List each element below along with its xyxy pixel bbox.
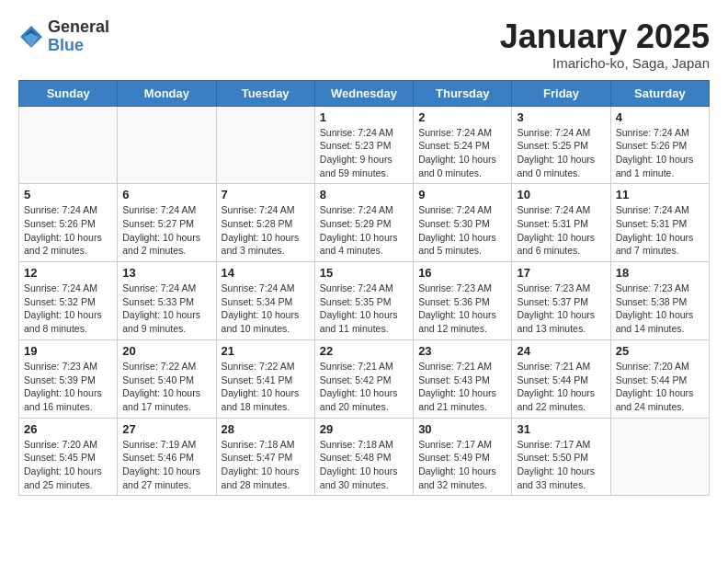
weekday-header: Tuesday bbox=[216, 80, 314, 106]
calendar-cell: 27Sunrise: 7:19 AM Sunset: 5:46 PM Dayli… bbox=[118, 418, 216, 496]
month-title: January 2025 bbox=[500, 18, 710, 55]
day-info: Sunrise: 7:19 AM Sunset: 5:46 PM Dayligh… bbox=[122, 438, 210, 492]
day-number: 24 bbox=[517, 344, 605, 358]
day-number: 18 bbox=[616, 266, 704, 280]
logo-blue: Blue bbox=[48, 37, 109, 55]
day-number: 6 bbox=[122, 188, 210, 201]
calendar-cell: 20Sunrise: 7:22 AM Sunset: 5:40 PM Dayli… bbox=[118, 339, 216, 418]
day-number: 23 bbox=[418, 344, 506, 358]
calendar-cell bbox=[216, 106, 314, 184]
day-number: 8 bbox=[320, 188, 408, 201]
calendar-cell: 9Sunrise: 7:24 AM Sunset: 5:30 PM Daylig… bbox=[414, 184, 512, 262]
day-info: Sunrise: 7:17 AM Sunset: 5:50 PM Dayligh… bbox=[517, 438, 605, 492]
weekday-header: Saturday bbox=[610, 80, 709, 106]
day-info: Sunrise: 7:24 AM Sunset: 5:33 PM Dayligh… bbox=[122, 282, 210, 336]
day-info: Sunrise: 7:24 AM Sunset: 5:27 PM Dayligh… bbox=[122, 203, 210, 258]
weekday-header: Friday bbox=[512, 80, 610, 106]
day-info: Sunrise: 7:24 AM Sunset: 5:29 PM Dayligh… bbox=[320, 203, 408, 258]
calendar-cell: 19Sunrise: 7:23 AM Sunset: 5:39 PM Dayli… bbox=[19, 339, 118, 418]
calendar-cell: 16Sunrise: 7:23 AM Sunset: 5:36 PM Dayli… bbox=[414, 262, 512, 340]
day-info: Sunrise: 7:20 AM Sunset: 5:45 PM Dayligh… bbox=[24, 438, 112, 492]
calendar-table: SundayMondayTuesdayWednesdayThursdayFrid… bbox=[18, 80, 710, 497]
day-info: Sunrise: 7:21 AM Sunset: 5:43 PM Dayligh… bbox=[418, 360, 506, 414]
calendar-cell: 29Sunrise: 7:18 AM Sunset: 5:48 PM Dayli… bbox=[314, 418, 413, 496]
day-info: Sunrise: 7:22 AM Sunset: 5:40 PM Dayligh… bbox=[122, 360, 210, 414]
day-info: Sunrise: 7:24 AM Sunset: 5:28 PM Dayligh… bbox=[222, 203, 310, 258]
page-header: General Blue January 2025 Imaricho-ko, S… bbox=[18, 18, 710, 71]
calendar-cell: 24Sunrise: 7:21 AM Sunset: 5:44 PM Dayli… bbox=[512, 339, 610, 418]
calendar-cell: 17Sunrise: 7:23 AM Sunset: 5:37 PM Dayli… bbox=[512, 262, 610, 340]
calendar-cell: 4Sunrise: 7:24 AM Sunset: 5:26 PM Daylig… bbox=[610, 106, 709, 184]
location: Imaricho-ko, Saga, Japan bbox=[500, 55, 710, 71]
day-info: Sunrise: 7:24 AM Sunset: 5:23 PM Dayligh… bbox=[320, 126, 408, 180]
day-info: Sunrise: 7:23 AM Sunset: 5:39 PM Dayligh… bbox=[24, 360, 112, 414]
calendar-cell: 12Sunrise: 7:24 AM Sunset: 5:32 PM Dayli… bbox=[19, 262, 118, 340]
day-info: Sunrise: 7:24 AM Sunset: 5:26 PM Dayligh… bbox=[616, 126, 704, 180]
day-number: 16 bbox=[418, 266, 506, 280]
day-info: Sunrise: 7:24 AM Sunset: 5:32 PM Dayligh… bbox=[24, 282, 112, 336]
weekday-header: Thursday bbox=[414, 80, 512, 106]
day-number: 27 bbox=[122, 422, 210, 436]
day-number: 20 bbox=[122, 344, 210, 358]
day-info: Sunrise: 7:24 AM Sunset: 5:34 PM Dayligh… bbox=[222, 282, 310, 336]
calendar-cell: 2Sunrise: 7:24 AM Sunset: 5:24 PM Daylig… bbox=[414, 106, 512, 184]
logo-text: General Blue bbox=[48, 18, 109, 55]
calendar-cell: 11Sunrise: 7:24 AM Sunset: 5:31 PM Dayli… bbox=[610, 184, 709, 262]
day-number: 25 bbox=[616, 344, 704, 358]
day-number: 31 bbox=[517, 422, 605, 436]
calendar-cell: 1Sunrise: 7:24 AM Sunset: 5:23 PM Daylig… bbox=[314, 106, 413, 184]
calendar-cell bbox=[118, 106, 216, 184]
day-number: 12 bbox=[24, 266, 112, 280]
day-number: 14 bbox=[222, 266, 310, 280]
day-number: 2 bbox=[418, 110, 506, 124]
calendar-cell: 31Sunrise: 7:17 AM Sunset: 5:50 PM Dayli… bbox=[512, 418, 610, 496]
day-info: Sunrise: 7:23 AM Sunset: 5:37 PM Dayligh… bbox=[517, 282, 605, 336]
day-info: Sunrise: 7:24 AM Sunset: 5:24 PM Dayligh… bbox=[418, 126, 506, 180]
day-info: Sunrise: 7:23 AM Sunset: 5:36 PM Dayligh… bbox=[418, 282, 506, 336]
calendar-cell: 18Sunrise: 7:23 AM Sunset: 5:38 PM Dayli… bbox=[610, 262, 709, 340]
calendar-week-row: 5Sunrise: 7:24 AM Sunset: 5:26 PM Daylig… bbox=[19, 184, 710, 262]
calendar-cell: 13Sunrise: 7:24 AM Sunset: 5:33 PM Dayli… bbox=[118, 262, 216, 340]
logo: General Blue bbox=[18, 18, 109, 55]
weekday-header-row: SundayMondayTuesdayWednesdayThursdayFrid… bbox=[19, 80, 710, 106]
calendar-cell bbox=[19, 106, 118, 184]
calendar-week-row: 1Sunrise: 7:24 AM Sunset: 5:23 PM Daylig… bbox=[19, 106, 710, 184]
calendar-cell: 10Sunrise: 7:24 AM Sunset: 5:31 PM Dayli… bbox=[512, 184, 610, 262]
day-number: 13 bbox=[122, 266, 210, 280]
calendar-week-row: 26Sunrise: 7:20 AM Sunset: 5:45 PM Dayli… bbox=[19, 418, 710, 496]
day-info: Sunrise: 7:24 AM Sunset: 5:25 PM Dayligh… bbox=[517, 126, 605, 180]
calendar-cell: 3Sunrise: 7:24 AM Sunset: 5:25 PM Daylig… bbox=[512, 106, 610, 184]
day-info: Sunrise: 7:21 AM Sunset: 5:44 PM Dayligh… bbox=[517, 360, 605, 414]
day-number: 10 bbox=[517, 188, 605, 201]
calendar-week-row: 19Sunrise: 7:23 AM Sunset: 5:39 PM Dayli… bbox=[19, 339, 710, 418]
day-info: Sunrise: 7:24 AM Sunset: 5:31 PM Dayligh… bbox=[517, 203, 605, 258]
day-info: Sunrise: 7:18 AM Sunset: 5:47 PM Dayligh… bbox=[222, 438, 310, 492]
day-info: Sunrise: 7:24 AM Sunset: 5:31 PM Dayligh… bbox=[616, 203, 704, 258]
title-block: January 2025 Imaricho-ko, Saga, Japan bbox=[500, 18, 710, 71]
calendar-cell: 21Sunrise: 7:22 AM Sunset: 5:41 PM Dayli… bbox=[216, 339, 314, 418]
day-info: Sunrise: 7:24 AM Sunset: 5:30 PM Dayligh… bbox=[418, 203, 506, 258]
calendar-cell: 23Sunrise: 7:21 AM Sunset: 5:43 PM Dayli… bbox=[414, 339, 512, 418]
day-number: 1 bbox=[320, 110, 408, 124]
calendar-week-row: 12Sunrise: 7:24 AM Sunset: 5:32 PM Dayli… bbox=[19, 262, 710, 340]
day-info: Sunrise: 7:18 AM Sunset: 5:48 PM Dayligh… bbox=[320, 438, 408, 492]
day-number: 17 bbox=[517, 266, 605, 280]
weekday-header: Monday bbox=[118, 80, 216, 106]
calendar-cell: 8Sunrise: 7:24 AM Sunset: 5:29 PM Daylig… bbox=[314, 184, 413, 262]
calendar-cell: 6Sunrise: 7:24 AM Sunset: 5:27 PM Daylig… bbox=[118, 184, 216, 262]
calendar-cell bbox=[610, 418, 709, 496]
calendar-cell: 7Sunrise: 7:24 AM Sunset: 5:28 PM Daylig… bbox=[216, 184, 314, 262]
day-number: 21 bbox=[222, 344, 310, 358]
day-number: 15 bbox=[320, 266, 408, 280]
calendar-cell: 30Sunrise: 7:17 AM Sunset: 5:49 PM Dayli… bbox=[414, 418, 512, 496]
day-number: 9 bbox=[418, 188, 506, 201]
day-number: 22 bbox=[320, 344, 408, 358]
day-number: 19 bbox=[24, 344, 112, 358]
logo-general: General bbox=[48, 18, 109, 37]
day-info: Sunrise: 7:17 AM Sunset: 5:49 PM Dayligh… bbox=[418, 438, 506, 492]
weekday-header: Sunday bbox=[19, 80, 118, 106]
day-number: 30 bbox=[418, 422, 506, 436]
calendar-cell: 26Sunrise: 7:20 AM Sunset: 5:45 PM Dayli… bbox=[19, 418, 118, 496]
day-number: 11 bbox=[616, 188, 704, 201]
calendar-cell: 15Sunrise: 7:24 AM Sunset: 5:35 PM Dayli… bbox=[314, 262, 413, 340]
